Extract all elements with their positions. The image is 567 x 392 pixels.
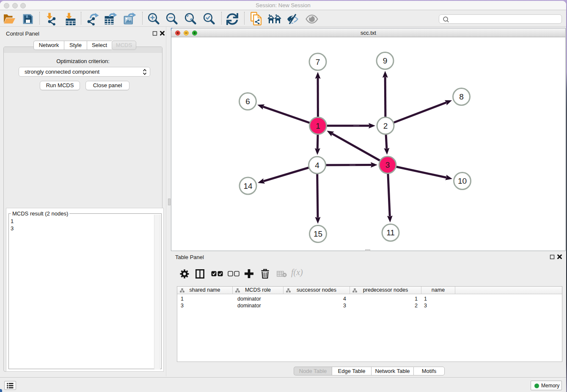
svg-text:14: 14	[243, 182, 253, 190]
svg-text:4: 4	[315, 161, 319, 170]
svg-text:6: 6	[245, 97, 250, 106]
svg-text:3: 3	[385, 160, 390, 169]
svg-text:8: 8	[459, 92, 464, 101]
svg-text:10: 10	[458, 177, 467, 185]
svg-text:11: 11	[386, 228, 395, 237]
svg-text:9: 9	[383, 56, 388, 65]
svg-text:2: 2	[383, 121, 388, 130]
svg-text:7: 7	[316, 58, 320, 66]
svg-text:15: 15	[314, 229, 322, 238]
svg-text:1: 1	[316, 121, 320, 130]
